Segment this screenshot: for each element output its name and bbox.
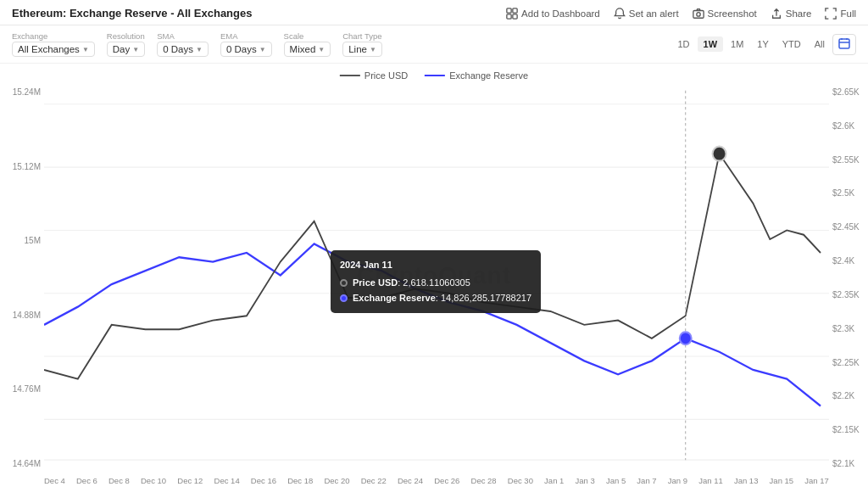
svg-rect-6	[839, 39, 849, 48]
chevron-down-icon: ▼	[132, 46, 139, 53]
svg-rect-0	[507, 8, 511, 12]
reserve-highlight-dot	[680, 332, 692, 344]
calendar-icon	[838, 37, 850, 49]
sma-label: SMA	[157, 31, 209, 41]
dashboard-icon	[506, 8, 518, 20]
chart-type-select[interactable]: Line ▼	[342, 42, 382, 57]
bell-icon	[614, 8, 626, 20]
scale-label: Scale	[284, 31, 331, 41]
calendar-button[interactable]	[832, 34, 856, 55]
exchange-select[interactable]: All Exchanges ▼	[12, 42, 95, 57]
svg-point-5	[696, 12, 699, 15]
exchange-label: Exchange	[12, 31, 95, 41]
time-btn-all[interactable]: All	[809, 36, 831, 52]
ema-label: EMA	[220, 31, 272, 41]
svg-rect-4	[693, 10, 703, 18]
y-axis-left: 15.24M 15.12M 15M 14.88M 14.76M 14.64M	[0, 64, 44, 487]
time-btn-1w[interactable]: 1W	[698, 36, 724, 52]
x-axis: Dec 4 Dec 6 Dec 8 Dec 10 Dec 12 Dec 14 D…	[44, 476, 829, 485]
time-btn-1m[interactable]: 1M	[725, 36, 749, 52]
exchange-group: Exchange All Exchanges ▼	[12, 31, 95, 57]
svg-rect-2	[507, 14, 511, 18]
sma-group: SMA 0 Days ▼	[157, 31, 209, 57]
resolution-group: Resolution Day ▼	[107, 31, 145, 57]
chevron-down-icon: ▼	[82, 46, 89, 53]
exchange-reserve-line	[44, 243, 821, 406]
svg-rect-3	[513, 14, 517, 18]
svg-rect-1	[513, 8, 517, 12]
chart-type-group: Chart Type Line ▼	[342, 31, 382, 57]
scale-group: Scale Mixed ▼	[284, 31, 331, 57]
y-axis-right: $2.65K $2.6K $2.55K $2.5K $2.45K $2.4K $…	[829, 64, 868, 487]
time-btn-1d[interactable]: 1D	[671, 36, 695, 52]
resolution-select[interactable]: Day ▼	[107, 42, 145, 57]
time-range: 1D 1W 1M 1Y YTD All	[671, 34, 856, 55]
chevron-down-icon: ▼	[259, 46, 266, 53]
price-highlight-dot	[713, 147, 726, 161]
chart-container: 15.24M 15.12M 15M 14.88M 14.76M 14.64M $…	[0, 64, 868, 487]
full-button[interactable]: Full	[825, 8, 856, 20]
page-title: Ethereum: Exchange Reserve - All Exchang…	[12, 7, 252, 20]
add-dashboard-button[interactable]: Add to Dashboard	[506, 8, 600, 20]
header: Ethereum: Exchange Reserve - All Exchang…	[0, 0, 868, 25]
share-icon	[771, 8, 782, 20]
sma-select[interactable]: 0 Days ▼	[157, 42, 209, 57]
ema-group: EMA 0 Days ▼	[220, 31, 272, 57]
time-btn-ytd[interactable]: YTD	[776, 36, 807, 52]
set-alert-button[interactable]: Set an alert	[614, 8, 679, 20]
time-btn-1y[interactable]: 1Y	[751, 36, 774, 52]
share-button[interactable]: Share	[771, 8, 812, 20]
ema-select[interactable]: 0 Days ▼	[220, 42, 272, 57]
camera-icon	[693, 8, 704, 20]
header-actions: Add to Dashboard Set an alert Screenshot…	[506, 8, 856, 20]
chart-svg	[44, 64, 829, 487]
toolbar: Exchange All Exchanges ▼ Resolution Day …	[0, 25, 868, 64]
chevron-down-icon: ▼	[370, 46, 376, 53]
resolution-label: Resolution	[107, 31, 145, 41]
screenshot-button[interactable]: Screenshot	[693, 8, 757, 20]
chevron-down-icon: ▼	[196, 46, 203, 53]
chevron-down-icon: ▼	[318, 46, 325, 53]
fullscreen-icon	[825, 8, 837, 20]
chart-type-label: Chart Type	[342, 31, 382, 41]
grid-lines	[44, 104, 829, 460]
scale-select[interactable]: Mixed ▼	[284, 42, 331, 57]
